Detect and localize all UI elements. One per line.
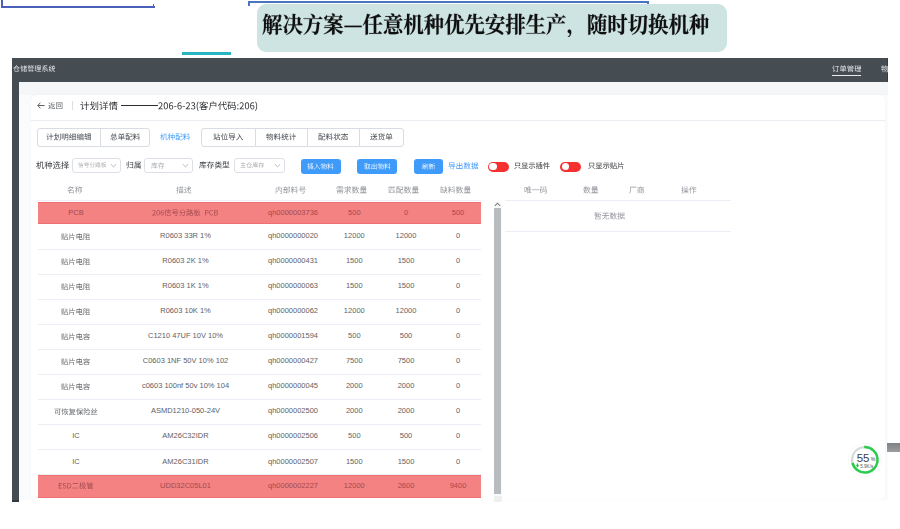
- svg-text:55: 55: [857, 452, 869, 464]
- svg-text:%: %: [871, 456, 876, 462]
- svg-text:5.9K/s: 5.9K/s: [860, 464, 874, 469]
